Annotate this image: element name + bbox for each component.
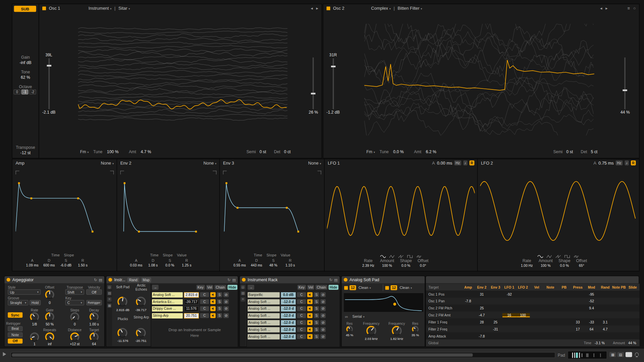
chain-volume-value[interactable]: -12.0 d <box>281 320 296 325</box>
wavetable-titlebar[interactable]: Analog Soft Pad <box>342 276 425 283</box>
chain-solo-button[interactable]: S <box>314 327 319 332</box>
matrix-cell[interactable]: -33 <box>585 320 598 324</box>
osc2-amt-value[interactable]: 6.2 % <box>426 149 436 154</box>
matrix-cell[interactable]: -52 <box>585 299 598 303</box>
chain-activator-speaker-icon[interactable] <box>210 306 216 311</box>
view-menu-icon[interactable]: ≡ <box>627 6 630 11</box>
chain-solo-button[interactable]: S <box>314 306 319 311</box>
chain-hotswap-icon[interactable]: ⊘ <box>320 313 326 318</box>
decay-value[interactable]: 1.08 s <box>145 263 161 267</box>
osc1-det-value[interactable]: 0 ct <box>284 149 291 154</box>
style-dropdown[interactable]: Up <box>8 289 41 295</box>
env2-mod-dropdown[interactable]: None <box>204 161 217 166</box>
chain-hotswap-icon[interactable]: ⊘ <box>320 334 326 339</box>
chain-row[interactable]: Analog Soft ... -12.0 d C S ⊘ <box>248 327 326 333</box>
chain-row[interactable]: Analog Soft ... -12.0 d C S ⊘ <box>248 306 326 311</box>
filter1-type-dropdown[interactable]: Clean <box>359 286 371 290</box>
chain-view-icon[interactable]: ▤ <box>241 291 245 295</box>
osc1-fm-mode-dropdown[interactable]: Fm <box>80 149 89 154</box>
chain-volume-value[interactable]: 0.0 dB <box>281 292 296 297</box>
osc2-position-value[interactable]: 44 % <box>617 110 633 114</box>
rate-knob[interactable] <box>30 312 39 321</box>
res1-value[interactable]: 45 % <box>342 333 357 337</box>
lfo2-wave-display[interactable] <box>480 168 636 255</box>
target-value[interactable]: 64 <box>85 342 103 346</box>
sustain-value[interactable]: -6.0 dB <box>57 263 74 267</box>
key-zones-button[interactable]: Key <box>196 285 205 290</box>
chain-name[interactable]: Analog Soft ... <box>248 306 280 311</box>
midi-to-icon[interactable]: → <box>152 285 159 290</box>
release-value[interactable]: 1.10 s <box>282 263 299 267</box>
res2-value[interactable]: 35 % <box>408 333 422 337</box>
chain-row[interactable]: Analog Soft ... -12.0 d C S ⊘ <box>248 299 326 304</box>
chain-solo-button[interactable]: S <box>314 320 319 325</box>
osc2-position-slider[interactable] <box>624 57 626 109</box>
osc2-prev-table-icon[interactable]: ◂ <box>600 6 602 11</box>
chain-activator-speaker-icon[interactable] <box>210 313 216 318</box>
view-option-icon[interactable]: ▤ <box>617 352 624 357</box>
macro-view-icon[interactable]: ◎ <box>241 285 245 289</box>
release-value[interactable]: 1.25 s <box>178 263 195 267</box>
tab-slope[interactable]: Slope <box>266 253 276 257</box>
matrix-column-header[interactable]: Amp <box>461 285 475 289</box>
sine-shape-icon[interactable] <box>537 254 543 258</box>
chain-view-icon[interactable]: ▤ <box>107 291 112 295</box>
tab-slope[interactable]: Slope <box>64 253 74 257</box>
view-option-icon[interactable]: ▦ <box>609 352 616 357</box>
saw-shape-icon[interactable] <box>398 254 404 258</box>
chain-name[interactable]: Analog Soft ... <box>248 320 280 325</box>
hide-zones-button[interactable]: Hide <box>328 285 338 290</box>
lfo1-retrigger-button[interactable]: R <box>469 161 474 166</box>
matrix-column-header[interactable]: Slide <box>626 285 640 289</box>
chain-name[interactable]: Analog Soft ... <box>152 292 183 297</box>
res2-knob[interactable] <box>412 326 419 333</box>
chain-name[interactable]: Analog Soft ... <box>248 299 280 304</box>
osc2-gain-slider[interactable] <box>333 58 334 109</box>
chain-row[interactable]: Analog Soft ... -12.0 d C S ⊘ <box>248 313 326 318</box>
chain-crossfade-button[interactable]: C <box>200 292 209 297</box>
matrix-column-header[interactable]: PB <box>557 285 571 289</box>
osc2-gain-value[interactable]: -1.2 dB <box>324 110 342 114</box>
env3-envelope-display[interactable] <box>223 175 322 237</box>
filter-response-display[interactable] <box>343 293 424 312</box>
chain-crossfade-button[interactable]: C <box>200 313 209 318</box>
matrix-cell[interactable]: 25 <box>475 306 489 310</box>
chain-name[interactable]: Analog Soft ... <box>248 334 280 339</box>
amount-value[interactable]: 100 % <box>541 263 551 267</box>
chain-crossfade-button[interactable]: C <box>297 334 306 339</box>
matrix-cell[interactable]: 25 <box>489 320 502 324</box>
chain-hotswap-icon[interactable]: ⊘ <box>223 299 229 304</box>
drop-zone[interactable]: Drop an Instrument or Sample Here <box>151 327 238 339</box>
sub-transpose-value[interactable]: -12 st <box>12 150 39 155</box>
sub-gain-value[interactable]: -inf dB <box>12 60 39 65</box>
chain-crossfade-button[interactable]: C <box>297 313 306 318</box>
chain-volume-value[interactable]: -12.0 d <box>281 306 296 311</box>
chain-crossfade-button[interactable]: C <box>297 292 306 297</box>
chain-activator-speaker-icon[interactable] <box>307 320 313 325</box>
filter2-type-dropdown[interactable]: Clean <box>399 286 412 290</box>
chain-volume-value[interactable]: 11.576 <box>184 306 199 311</box>
triangle-shape-icon[interactable] <box>546 254 552 258</box>
decay-value[interactable]: 443 ms <box>248 263 265 267</box>
chain-row[interactable]: Banjorific 0.0 dB C S ⊘ <box>248 292 326 298</box>
transpose-dropdown[interactable]: Shift <box>65 289 84 295</box>
steps-value[interactable]: 0 <box>66 322 83 326</box>
osc1-semi-value[interactable]: 0 st <box>260 149 266 154</box>
osc1-wavetable-display[interactable] <box>78 24 287 135</box>
tab-time[interactable]: Time <box>254 253 263 257</box>
matrix-cell[interactable]: 64 <box>585 327 598 331</box>
chain-hotswap-icon[interactable]: ⊘ <box>320 320 326 325</box>
matrix-cell[interactable]: 9.4 <box>585 306 598 310</box>
chain-hotswap-icon[interactable]: ⊘ <box>223 292 229 297</box>
device-view-icon[interactable]: ≡ <box>241 297 245 302</box>
saw-shape-icon[interactable] <box>555 254 561 258</box>
matrix-target-name[interactable]: Filter 1 Freq <box>426 320 461 324</box>
matrix-target-name[interactable]: Amp Attack <box>426 334 461 338</box>
global-time-value[interactable]: -3.1 % <box>595 341 605 345</box>
shape-value[interactable]: 0.0 % <box>401 263 411 267</box>
chain-row[interactable]: Drippy Cave ... 11.576 C S ⊘ <box>152 306 229 311</box>
sub-tone-value[interactable]: 62 % <box>12 75 39 79</box>
rate-value[interactable]: 1/8 <box>26 322 43 326</box>
amp-envelope-display[interactable] <box>16 175 114 237</box>
lfo1-hz-toggle[interactable]: Hz <box>454 161 461 166</box>
